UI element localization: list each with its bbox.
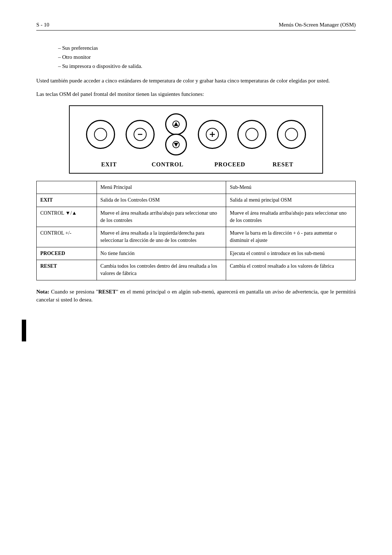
page-number: S - 10 — [36, 22, 49, 28]
side-bar — [22, 320, 26, 341]
down-arrow-icon — [172, 141, 180, 149]
note-label: Nota: — [36, 289, 49, 295]
exit-button-icon — [86, 120, 115, 149]
table-cell-proceed-key: PROCEED — [37, 247, 97, 260]
table-row-reset: RESET Cambia todos los controles dentro … — [37, 260, 356, 280]
bullet-item-3: Su impresora o dispositivo de salida. — [58, 63, 356, 69]
table-header-col2: Menú Principal — [97, 181, 226, 194]
control-minus-icon — [126, 120, 155, 149]
table-cell-control-arrows-main: Mueve el área resaltada arriba/abajo par… — [97, 207, 226, 227]
exit-label: EXIT — [94, 161, 123, 168]
minus-icon — [136, 131, 144, 138]
table-header-row: Menú Principal Sub-Menú — [37, 181, 356, 194]
bullet-list: Sus preferencias Otro monitor Su impreso… — [58, 45, 356, 69]
plus-icon — [209, 131, 216, 138]
reset-label: RESET — [269, 161, 298, 168]
table-cell-proceed-sub: Ejecuta el control o introduce en los su… — [226, 247, 356, 260]
paragraph-2: Las teclas OSM del panel frontal del mon… — [36, 90, 356, 98]
reset-button1-inner — [245, 128, 258, 141]
table-cell-reset-main: Cambia todos los controles dentro del ár… — [97, 260, 226, 280]
down-arrow-button — [165, 134, 187, 155]
page-title: Menús On-Screen Manager (OSM) — [279, 22, 356, 28]
osm-table: Menú Principal Sub-Menú EXIT Salida de l… — [36, 181, 356, 280]
buttons-row — [81, 113, 311, 155]
table-row-control-plus: CONTROL +/- Mueve el área resaltada a la… — [37, 227, 356, 247]
proceed-label: PROCEED — [212, 161, 248, 168]
control-minus-button-group — [126, 120, 155, 149]
proceed-button-icon — [198, 120, 227, 149]
table-cell-control-arrows-sub: Mueve el área resaltada arriba/abajo par… — [226, 207, 356, 227]
exit-button-group — [86, 120, 115, 149]
proceed-button-group — [198, 120, 227, 149]
table-cell-exit-main: Salida de los Controles OSM — [97, 194, 226, 207]
control-label: CONTROL — [144, 161, 191, 168]
table-cell-control-plus-key: CONTROL +/- — [37, 227, 97, 247]
reset-button1-group — [237, 120, 266, 149]
table-header-col1 — [37, 181, 97, 194]
table-row-proceed: PROCEED No tiene función Ejecuta el cont… — [37, 247, 356, 260]
reset-button2-group — [277, 120, 306, 149]
table-cell-exit-key: EXIT — [37, 194, 97, 207]
control-arrows-group — [165, 113, 187, 155]
table-cell-proceed-main: No tiene función — [97, 247, 226, 260]
note-text1: Cuando se presiona " — [49, 289, 98, 295]
note-paragraph: Nota: Cuando se presiona "RESET" en el m… — [36, 288, 356, 304]
up-arrow-button — [165, 113, 187, 135]
svg-marker-4 — [174, 143, 178, 147]
table-row-control-arrows: CONTROL ▼/▲ Mueve el área resaltada arri… — [37, 207, 356, 227]
osm-diagram: EXIT CONTROL PROCEED RESET — [69, 105, 323, 174]
table-cell-reset-key: RESET — [37, 260, 97, 280]
page: S - 10 Menús On-Screen Manager (OSM) Sus… — [0, 0, 392, 555]
paragraph-1: Usted también puede acceder a cinco está… — [36, 77, 356, 85]
bullet-item-2: Otro monitor — [58, 54, 356, 60]
table-cell-control-arrows-key: CONTROL ▼/▲ — [37, 207, 97, 227]
reset-button2-icon — [277, 120, 306, 149]
up-arrow-icon — [172, 120, 180, 128]
reset-button1-icon — [237, 120, 266, 149]
arrows-wrapper — [165, 113, 187, 155]
page-header: S - 10 Menús On-Screen Manager (OSM) — [36, 22, 356, 31]
table-row-exit: EXIT Salida de los Controles OSM Salida … — [37, 194, 356, 207]
exit-button-inner — [94, 128, 107, 141]
table-cell-reset-sub: Cambia el control resaltado a los valore… — [226, 260, 356, 280]
control-minus-inner — [134, 128, 147, 141]
table-cell-exit-sub: Salida al menú principal OSM — [226, 194, 356, 207]
table-header-col3: Sub-Menú — [226, 181, 356, 194]
button-labels-row: EXIT CONTROL PROCEED RESET — [81, 159, 311, 168]
table-cell-control-plus-sub: Mueve la barra en la dirección + ó - par… — [226, 227, 356, 247]
svg-marker-2 — [174, 122, 178, 126]
proceed-button-inner — [206, 128, 219, 141]
table-cell-control-plus-main: Mueve el área resaltada a la izquierda/d… — [97, 227, 226, 247]
note-reset-bold: RESET — [98, 289, 116, 295]
reset-button2-inner — [285, 128, 298, 141]
bullet-item-1: Sus preferencias — [58, 45, 356, 51]
